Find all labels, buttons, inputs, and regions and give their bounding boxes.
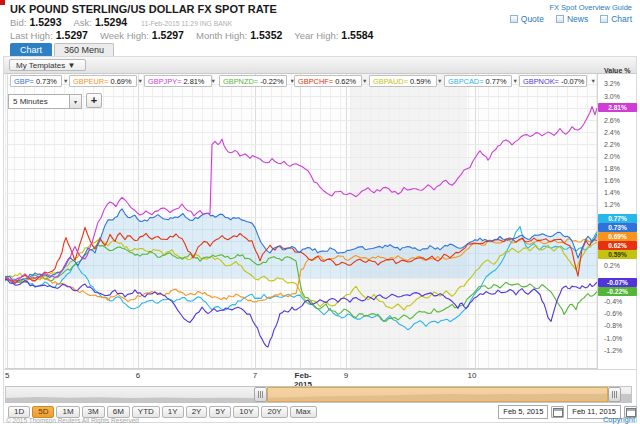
last-value-badge-GBPCAD: 0.77% [598, 214, 637, 223]
last-value-badge-GBPNZD: -0.22% [598, 287, 637, 296]
x-tick: 5 [5, 371, 39, 380]
ask-value: 1.5294 [95, 16, 127, 28]
high-label: Month High: [196, 30, 247, 41]
period-button-1y[interactable]: 1Y [162, 406, 184, 418]
y-tick: 3.2% [604, 80, 620, 87]
my-templates-button[interactable]: My Templates ▼ [9, 59, 86, 71]
last-value-badge-GBPEUR: 0.69% [598, 232, 637, 241]
ric-button-GBPJPY[interactable]: GBPJPY=2.81%▼ [144, 75, 212, 87]
start-date-field[interactable]: Feb 5, 2015 [498, 405, 548, 419]
bid-label: Bid: [10, 17, 26, 28]
timeline-scrollbar[interactable] [5, 386, 632, 403]
interval-label: 5 Minutes [13, 97, 48, 106]
ric-name: GBPCAD= [448, 77, 484, 86]
high-value: 1.5352 [250, 29, 282, 41]
y-tick: 1.8% [604, 165, 620, 172]
ric-change: 2.81% [183, 77, 204, 86]
y-tick: 0.2% [604, 262, 620, 269]
axis-divider [4, 369, 636, 370]
chevron-down-icon: ▼ [431, 78, 442, 84]
ric-change: 0.77% [486, 77, 507, 86]
y-tick: 1.2% [604, 201, 620, 208]
y-tick: -0.4% [604, 298, 622, 305]
y-tick: 2.2% [604, 141, 620, 148]
chevron-down-icon: ▼ [57, 78, 68, 84]
y-tick: -1.2% [604, 347, 622, 354]
ric-name: GBPNOK= [523, 77, 559, 86]
high-label: Week High: [100, 30, 149, 41]
ric-change: -0.22% [260, 77, 283, 86]
chevron-down-icon: ▼ [132, 78, 143, 84]
quote-line: Bid:1.5293Ask:1.529411-Feb-2015 11:29 IN… [10, 16, 232, 28]
chevron-down-icon: ▼ [507, 78, 518, 84]
copyright-link[interactable]: Copyright [603, 415, 635, 424]
period-button-2y[interactable]: 2Y [186, 406, 208, 418]
x-tick: 10 [455, 371, 489, 380]
ric-button-GBPEUR[interactable]: GBPEUR=0.69%▼ [69, 75, 137, 87]
scrollbar-left-handle[interactable] [254, 387, 267, 402]
period-button-max[interactable]: Max [290, 406, 317, 418]
y-tick: 1.4% [604, 189, 620, 196]
ric-button-row: GBP=0.73%▼GBPEUR=0.69%▼GBPJPY=2.81%▼GBPN… [10, 75, 587, 87]
ric-name: GBPCHF= [298, 77, 333, 86]
y-tick: -1.0% [604, 335, 622, 342]
tab-bar: Chart360 Menu [10, 42, 116, 57]
last-value-badge-GBPNOK: -0.07% [598, 278, 637, 287]
scrollbar-right-handle[interactable] [608, 387, 621, 402]
period-button-10y[interactable]: 10Y [233, 406, 259, 418]
link-news[interactable]: News [556, 14, 588, 24]
high-value: 1.5584 [341, 29, 373, 41]
high-value: 1.5297 [152, 29, 184, 41]
y-tick: 1.6% [604, 177, 620, 184]
x-tick: 7 [238, 371, 272, 380]
x-tick: 6 [121, 371, 155, 380]
chevron-down-icon: ▼ [356, 78, 367, 84]
ric-button-GBP[interactable]: GBP=0.73%▼ [10, 75, 62, 87]
calendar-icon [553, 408, 563, 417]
last-value-badge-GBPCHF: 0.62% [598, 241, 637, 250]
ric-change: 0.62% [335, 77, 356, 86]
chevron-down-icon[interactable]: ▾ [69, 95, 81, 108]
tab-360-menu[interactable]: 360 Menu [54, 43, 114, 57]
ask-label: Ask: [74, 17, 92, 28]
link-label: Quote [521, 14, 544, 24]
add-series-button[interactable]: + [86, 93, 102, 108]
y-tick: -0.6% [604, 310, 622, 317]
ric-change: 0.59% [410, 77, 431, 86]
ric-change: -0.07% [561, 77, 584, 86]
copyright-text: © 2015 Thomson Reuters All Rights Reserv… [6, 417, 139, 424]
ric-button-GBPCAD[interactable]: GBPCAD=0.77%▼ [444, 75, 512, 87]
value-axis-title: Value % [604, 67, 630, 74]
ric-name: GBPNZD= [223, 77, 258, 86]
ric-button-GBPNZD[interactable]: GBPNZD=-0.22%▼ [219, 75, 287, 87]
launch-icon [510, 15, 518, 23]
toolbar: My Templates ▼ [4, 57, 636, 74]
value-axis: Value % 3.2%3.0%2.6%2.4%2.2%2.0%1.8%1.6%… [597, 0, 640, 424]
start-calendar-button[interactable] [551, 406, 564, 418]
bid-value: 1.5293 [29, 16, 61, 28]
tab-chart[interactable]: Chart [10, 43, 52, 57]
ric-button-GBPCHF[interactable]: GBPCHF=0.62%▼ [294, 75, 362, 87]
link-label: News [567, 14, 588, 24]
ric-button-GBPNOK[interactable]: GBPNOK=-0.07%▼ [519, 75, 587, 87]
y-tick: 2.0% [604, 153, 620, 160]
y-tick: -0.8% [604, 322, 622, 329]
page-title: UK POUND STERLING/US DOLLAR FX SPOT RATE [10, 3, 277, 15]
x-tick: 9 [329, 371, 363, 380]
highs-line: Last High:1.5297Week High:1.5297Month Hi… [10, 29, 385, 41]
high-value: 1.5297 [56, 29, 88, 41]
scrollbar-selection[interactable] [267, 387, 608, 402]
period-button-5y[interactable]: 5Y [209, 406, 231, 418]
ric-change: 0.73% [36, 77, 57, 86]
price-chart[interactable] [5, 74, 598, 369]
ric-change: 0.69% [111, 77, 132, 86]
last-value-badge-GBP: 0.73% [598, 223, 637, 232]
quote-timestamp: 11-Feb-2015 11:29 ING BANK [141, 20, 232, 27]
y-tick: 2.4% [604, 129, 620, 136]
ric-button-GBPAUD[interactable]: GBPAUD=0.59%▼ [369, 75, 437, 87]
link-quote[interactable]: Quote [510, 14, 544, 24]
period-button-20y[interactable]: 20Y [261, 406, 287, 418]
interval-select[interactable]: 5 Minutes ▾ [8, 94, 82, 109]
chevron-down-icon: ▼ [204, 78, 215, 84]
time-axis: 567Feb-2015910 [5, 371, 597, 384]
